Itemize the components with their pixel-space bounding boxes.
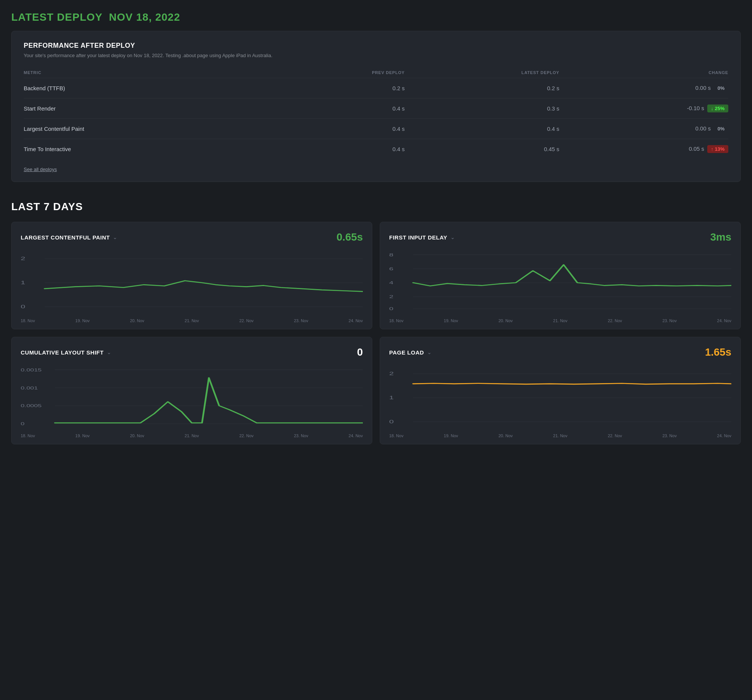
svg-text:0: 0 bbox=[389, 419, 394, 424]
chevron-down-icon-fid[interactable]: ⌄ bbox=[451, 234, 455, 240]
chart-x-labels-cls: 18. Nov 19. Nov 20. Nov 21. Nov 22. Nov … bbox=[21, 433, 363, 438]
chart-title-group-cls: CUMULATIVE LAYOUT SHIFT ⌄ bbox=[21, 349, 111, 355]
chevron-down-icon-lcp[interactable]: ⌄ bbox=[113, 234, 117, 240]
cell-change: 0.00 s0% bbox=[559, 78, 728, 98]
chart-svg-cls: 0.0015 0.001 0.0005 0 bbox=[21, 366, 363, 430]
chart-value-pageload: 1.65s bbox=[705, 346, 731, 358]
status-badge: ↓ 25% bbox=[707, 104, 728, 112]
chevron-down-icon-cls[interactable]: ⌄ bbox=[107, 349, 111, 355]
charts-grid: LARGEST CONTENTFUL PAINT ⌄ 0.65s 2 1 0 1… bbox=[11, 222, 741, 444]
chart-x-labels-fid: 18. Nov 19. Nov 20. Nov 21. Nov 22. Nov … bbox=[389, 318, 731, 323]
table-row: Largest Contentful Paint0.4 s0.4 s0.00 s… bbox=[24, 119, 728, 139]
chart-title-cls: CUMULATIVE LAYOUT SHIFT bbox=[21, 349, 104, 355]
status-badge: 0% bbox=[714, 125, 728, 133]
deploy-card-title: PERFORMANCE AFTER DEPLOY bbox=[24, 42, 728, 50]
last7days-section: LAST 7 DAYS LARGEST CONTENTFUL PAINT ⌄ 0… bbox=[11, 201, 741, 444]
cell-latest: 0.3 s bbox=[405, 98, 559, 119]
svg-text:8: 8 bbox=[389, 252, 393, 257]
col-latest-deploy: LATEST DEPLOY bbox=[405, 67, 559, 78]
col-metric: METRIC bbox=[24, 67, 271, 78]
latest-deploy-section: LATEST DEPLOY NOV 18, 2022 PERFORMANCE A… bbox=[11, 11, 741, 182]
change-value: 0.05 s bbox=[689, 146, 704, 152]
latest-deploy-title: LATEST DEPLOY NOV 18, 2022 bbox=[11, 11, 741, 23]
chart-wrapper-fid: 8 6 4 2 0 18. Nov 19. Nov 20. Nov 21. No… bbox=[389, 251, 731, 323]
table-row: Backend (TTFB)0.2 s0.2 s0.00 s0% bbox=[24, 78, 728, 98]
chart-card-cls: CUMULATIVE LAYOUT SHIFT ⌄ 0 0.0015 0.001… bbox=[11, 337, 372, 444]
chart-title-group-lcp: LARGEST CONTENTFUL PAINT ⌄ bbox=[21, 234, 117, 241]
cell-latest: 0.2 s bbox=[405, 78, 559, 98]
svg-text:2: 2 bbox=[389, 294, 393, 299]
chart-value-lcp: 0.65s bbox=[337, 231, 363, 243]
last7days-title: LAST 7 DAYS bbox=[11, 201, 741, 213]
deploy-card-subtitle: Your site's performance after your lates… bbox=[24, 53, 728, 58]
chart-wrapper-lcp: 2 1 0 18. Nov 19. Nov 20. Nov 21. Nov 22… bbox=[21, 251, 363, 323]
col-change: CHANGE bbox=[559, 67, 728, 78]
chart-card-pageload: PAGE LOAD ⌄ 1.65s 2 1 0 18. Nov 19. No bbox=[380, 337, 741, 444]
cell-prev: 0.4 s bbox=[271, 98, 405, 119]
cell-change: -0.10 s↓ 25% bbox=[559, 98, 728, 119]
chart-x-labels-pageload: 18. Nov 19. Nov 20. Nov 21. Nov 22. Nov … bbox=[389, 433, 731, 438]
cell-prev: 0.4 s bbox=[271, 139, 405, 159]
chart-wrapper-pageload: 2 1 0 18. Nov 19. Nov 20. Nov 21. Nov 22… bbox=[389, 366, 731, 438]
table-row: Start Render0.4 s0.3 s-0.10 s↓ 25% bbox=[24, 98, 728, 119]
svg-text:0.001: 0.001 bbox=[21, 386, 38, 390]
cell-latest: 0.45 s bbox=[405, 139, 559, 159]
svg-text:2: 2 bbox=[389, 371, 394, 376]
chart-title-pageload: PAGE LOAD bbox=[389, 349, 424, 355]
svg-text:0.0015: 0.0015 bbox=[21, 368, 42, 372]
status-badge: 0% bbox=[714, 84, 728, 92]
metrics-table: METRIC PREV DEPLOY LATEST DEPLOY CHANGE … bbox=[24, 67, 728, 159]
change-value: 0.00 s bbox=[695, 85, 711, 91]
svg-text:4: 4 bbox=[389, 281, 393, 286]
change-value: 0.00 s bbox=[695, 125, 711, 132]
svg-text:0: 0 bbox=[21, 422, 25, 426]
svg-text:1: 1 bbox=[21, 280, 25, 286]
chart-header-fid: FIRST INPUT DELAY ⌄ 3ms bbox=[389, 231, 731, 243]
chart-header-cls: CUMULATIVE LAYOUT SHIFT ⌄ 0 bbox=[21, 346, 363, 358]
svg-text:1: 1 bbox=[389, 395, 394, 400]
chart-title-lcp: LARGEST CONTENTFUL PAINT bbox=[21, 234, 110, 241]
cell-change: 0.00 s0% bbox=[559, 119, 728, 139]
chart-card-lcp: LARGEST CONTENTFUL PAINT ⌄ 0.65s 2 1 0 1… bbox=[11, 222, 372, 329]
chart-svg-fid: 8 6 4 2 0 bbox=[389, 251, 731, 315]
col-prev-deploy: PREV DEPLOY bbox=[271, 67, 405, 78]
table-row: Time To Interactive0.4 s0.45 s0.05 s↑ 13… bbox=[24, 139, 728, 159]
chart-svg-lcp: 2 1 0 bbox=[21, 251, 363, 315]
chart-svg-pageload: 2 1 0 bbox=[389, 366, 731, 430]
latest-deploy-label: LATEST DEPLOY bbox=[11, 11, 102, 23]
chart-x-labels-lcp: 18. Nov 19. Nov 20. Nov 21. Nov 22. Nov … bbox=[21, 318, 363, 323]
svg-text:0: 0 bbox=[389, 306, 393, 311]
cell-latest: 0.4 s bbox=[405, 119, 559, 139]
status-badge: ↑ 13% bbox=[707, 145, 728, 153]
chart-wrapper-cls: 0.0015 0.001 0.0005 0 18. Nov 19. Nov 20… bbox=[21, 366, 363, 438]
see-all-deploys-link[interactable]: See all deploys bbox=[24, 166, 57, 172]
cell-metric: Largest Contentful Paint bbox=[24, 119, 271, 139]
cell-change: 0.05 s↑ 13% bbox=[559, 139, 728, 159]
chart-title-fid: FIRST INPUT DELAY bbox=[389, 234, 447, 241]
svg-text:2: 2 bbox=[21, 256, 25, 261]
chart-title-group-fid: FIRST INPUT DELAY ⌄ bbox=[389, 234, 455, 241]
svg-text:6: 6 bbox=[389, 266, 393, 271]
cell-prev: 0.2 s bbox=[271, 78, 405, 98]
chart-value-cls: 0 bbox=[357, 346, 363, 358]
table-header-row: METRIC PREV DEPLOY LATEST DEPLOY CHANGE bbox=[24, 67, 728, 78]
chevron-down-icon-pageload[interactable]: ⌄ bbox=[427, 349, 432, 355]
svg-text:0: 0 bbox=[21, 304, 25, 309]
svg-text:0.0005: 0.0005 bbox=[21, 404, 42, 408]
chart-header-lcp: LARGEST CONTENTFUL PAINT ⌄ 0.65s bbox=[21, 231, 363, 243]
cell-prev: 0.4 s bbox=[271, 119, 405, 139]
cell-metric: Time To Interactive bbox=[24, 139, 271, 159]
latest-deploy-date: NOV 18, 2022 bbox=[109, 11, 180, 23]
chart-card-fid: FIRST INPUT DELAY ⌄ 3ms 8 6 4 2 0 bbox=[380, 222, 741, 329]
change-value: -0.10 s bbox=[687, 105, 704, 111]
chart-title-group-pageload: PAGE LOAD ⌄ bbox=[389, 349, 432, 355]
cell-metric: Start Render bbox=[24, 98, 271, 119]
chart-value-fid: 3ms bbox=[710, 231, 731, 243]
cell-metric: Backend (TTFB) bbox=[24, 78, 271, 98]
deploy-card: PERFORMANCE AFTER DEPLOY Your site's per… bbox=[11, 31, 741, 182]
chart-header-pageload: PAGE LOAD ⌄ 1.65s bbox=[389, 346, 731, 358]
